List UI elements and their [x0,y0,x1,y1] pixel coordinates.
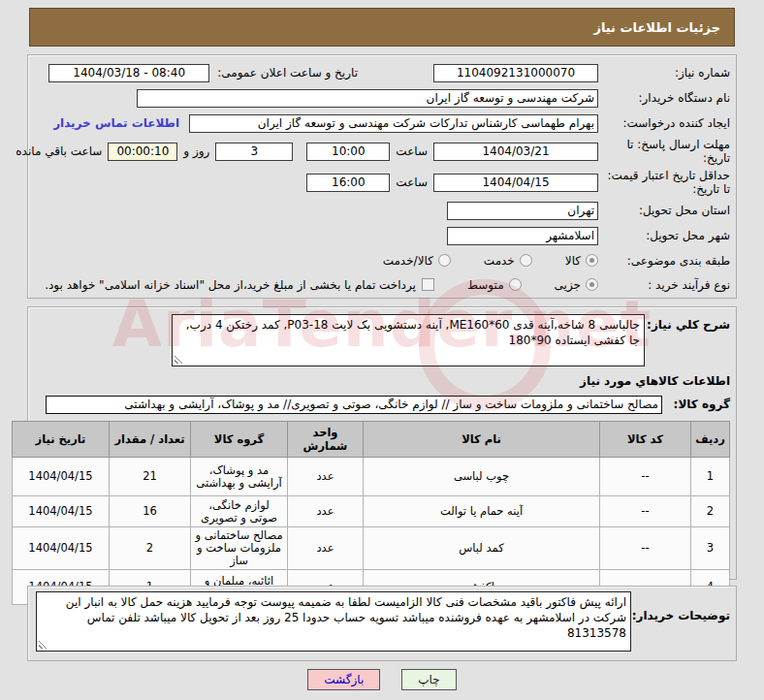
radio-partial[interactable] [586,278,598,291]
need-desc-text: جالباسی 8 شاخه,آینه قدی ME160*60, آینه د… [186,318,640,347]
countdown-timer: 00:00:10 [108,143,177,161]
price-validity-hour-label: ساعت [396,175,428,189]
radio-service-label: خدمت [484,254,515,268]
buyer-notes-panel: توضیحات خریدار: ارائه پیش فاکتور باقید م… [27,586,737,661]
page-title-text: جزئیات اطلاعات نیاز [593,20,720,35]
cell-unit: عدد [288,496,364,527]
col-row-number: ردیف [691,422,730,458]
back-button[interactable]: بازگشت [307,669,380,690]
cell-date: 1404/04/15 [13,458,110,496]
cell-qty: 2 [110,527,191,570]
row-process-type: نوع فرآیند خرید : جزیی متوسط پرداخت تمام… [34,272,730,297]
response-deadline-label: مهلت ارسال پاسخ: تا تاریخ: [598,138,730,165]
row-goods-group: گروه کالا: مصالح ساختمانی و ملزومات ساخت… [34,392,730,417]
radio-goods[interactable] [586,254,598,267]
remaining-hours-label: ساعت باقي مانده [16,144,102,158]
need-desc-label: شرح کلي نیاز: [645,314,730,332]
radio-goods-service[interactable] [438,254,451,267]
cell-code: -- [600,458,691,496]
cell-group: مد و پوشاک، آرایشی و بهداشتی [191,458,288,496]
buyer-org-label: نام دستگاه خریدار: [598,91,730,105]
row-subject-class: طبقه بندی موضوعی: کالا خدمت کالا/خدمت [34,248,730,272]
cell-row: 3 [691,527,730,570]
page-title: جزئیات اطلاعات نیاز [29,8,735,47]
radio-goods-label: کالا [565,254,581,268]
goods-heading: اطلاعات کالاهاي مورد نیاز [580,374,730,388]
need-details-page: { "header": { "title": "جزئیات اطلاعات ن… [0,0,764,700]
request-creator-label: ایجاد کننده درخواست: [598,116,730,130]
response-deadline-date-field[interactable]: 1404/03/21 [433,143,598,161]
response-deadline-time-field[interactable]: 10:00 [306,143,390,161]
announce-datetime-label: تاریخ و ساعت اعلان عمومی: [217,66,358,80]
cell-name: چوب لباسی [364,458,600,496]
city-field[interactable]: اسلامشهر [447,227,598,245]
need-number-field[interactable]: 1104092131000070 [433,64,598,82]
cell-name: آینه حمام یا توالت [364,496,600,527]
row-province: استان محل تحویل: تهران [34,198,730,223]
action-buttons: چاپ بازگشت [0,669,764,690]
row-request-creator: ایجاد کننده درخواست: بهرام طهماسی کارشنا… [34,111,730,136]
province-field[interactable]: تهران [447,202,598,220]
goods-group-label: گروه کالا: [662,398,730,411]
cell-unit: عدد [288,458,364,496]
radio-medium-label: متوسط [467,278,504,292]
price-validity-time-field[interactable]: 16:00 [306,174,390,192]
radio-medium[interactable] [509,278,522,291]
row-need-number: شماره نیاز: 1104092131000070 تاریخ و ساع… [34,60,730,85]
radio-goods-service-label: کالا/خدمت [383,254,433,268]
goods-group-field[interactable]: مصالح ساختمانی و ملزومات ساخت و ساز // ل… [46,396,662,414]
table-row: 3 -- کمد لباس عدد مصالح ساختمانی و ملزوم… [13,527,730,570]
need-number-label: شماره نیاز: [598,66,730,80]
goods-table: ردیف کد کالا نام کالا واحد شمارش گروه کا… [12,421,730,605]
col-unit: واحد شمارش [288,422,364,458]
treasury-note: پرداخت تمام یا بخشی از مبلغ خرید،از محل … [45,278,416,292]
response-deadline-hour-label: ساعت [396,144,428,158]
row-buyer-org: نام دستگاه خریدار: شرکت مهندسی و توسعه گ… [34,85,730,111]
goods-info-panel: شرح کلي نیاز: جالباسی 8 شاخه,آینه قدی ME… [27,306,737,580]
col-item-name: نام کالا [364,422,600,458]
cell-row: 1 [691,458,730,496]
treasury-checkbox[interactable] [422,278,434,291]
cell-code: -- [600,496,691,527]
cell-group: لوازم خانگی، صوتی و تصویری [191,496,288,527]
cell-group: مصالح ساختمانی و ملزومات ساخت و ساز [191,527,288,570]
price-validity-date-field[interactable]: 1404/04/15 [433,174,598,192]
cell-date: 1404/04/15 [13,527,110,570]
radio-service[interactable] [520,254,532,267]
cell-row: 2 [691,496,730,527]
buyer-notes-label: توضیحات خریدار: [631,591,730,622]
row-goods-heading: اطلاعات کالاهاي مورد نیاز [34,370,730,392]
col-need-date: تاریخ نیاز [13,422,110,458]
city-label: شهر محل تحویل: [598,229,730,242]
row-need-desc: شرح کلي نیاز: جالباسی 8 شاخه,آینه قدی ME… [34,314,730,366]
col-item-group: گروه کالا [191,422,288,458]
subject-class-label: طبقه بندی موضوعی: [598,254,730,268]
remaining-days-field[interactable]: 3 [215,143,293,161]
cell-qty: 21 [110,458,191,496]
col-quantity: تعداد / مقدار [110,422,191,458]
request-creator-field[interactable]: بهرام طهماسی کارشناس تدارکات شرکت مهندسی… [189,114,598,133]
buyer-notes-textarea[interactable]: ارائه پیش فاکتور باقید مشخصات فنی کالا ا… [36,591,631,652]
resize-handle-icon[interactable] [39,640,48,649]
need-desc-textarea[interactable]: جالباسی 8 شاخه,آینه قدی ME160*60, آینه د… [172,314,645,366]
province-label: استان محل تحویل: [598,204,730,217]
cell-name: کمد لباس [364,527,600,570]
buyer-contact-link[interactable]: اطلاعات تماس خریدار [53,116,179,130]
print-button[interactable]: چاپ [401,669,456,690]
radio-partial-label: جزیی [555,278,581,292]
row-response-deadline: مهلت ارسال پاسخ: تا تاریخ: 1404/03/21 سا… [34,136,730,167]
buyer-org-field[interactable]: شرکت مهندسی و توسعه گاز ایران [137,89,598,108]
resize-handle-icon[interactable] [175,355,183,364]
remaining-days-label: روز و [183,144,209,158]
process-type-label: نوع فرآیند خرید : [598,278,730,292]
row-buyer-notes: توضیحات خریدار: ارائه پیش فاکتور باقید م… [34,591,730,652]
row-price-validity: حداقل تاریخ اعتبار قیمت: تا تاریخ: 1404/… [34,167,730,198]
price-validity-label: حداقل تاریخ اعتبار قیمت: تا تاریخ: [598,169,730,196]
cell-date: 1404/04/15 [13,496,110,527]
cell-qty: 16 [110,496,191,527]
col-item-code: کد کالا [600,422,691,458]
announce-datetime-field[interactable]: 1404/03/18 - 08:40 [48,64,209,82]
row-city: شهر محل تحویل: اسلامشهر [34,223,730,248]
cell-unit: عدد [288,527,364,570]
need-info-panel: شماره نیاز: 1104092131000070 تاریخ و ساع… [27,54,737,299]
